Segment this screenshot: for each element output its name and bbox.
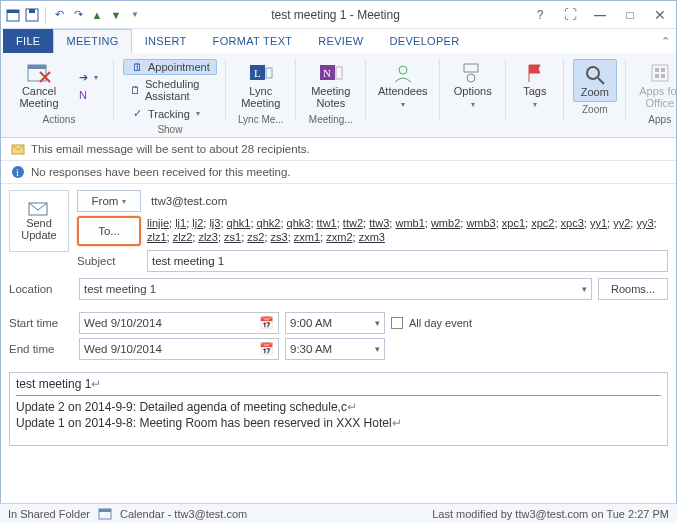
end-date-field[interactable]: Wed 9/10/2014📅 — [79, 338, 279, 360]
info-icon: i — [11, 165, 25, 179]
from-button[interactable]: From▾ — [77, 190, 141, 212]
window-options-icon[interactable]: ⛶ — [558, 5, 582, 25]
recipient[interactable]: yy1 — [590, 217, 607, 229]
collapse-ribbon-icon[interactable]: ⌃ — [654, 29, 676, 53]
zoom-button[interactable]: Zoom — [573, 59, 617, 102]
tab-review[interactable]: REVIEW — [305, 29, 376, 53]
attendees-icon — [391, 62, 415, 84]
send-update-button[interactable]: Send Update — [9, 190, 69, 252]
tab-insert[interactable]: INSERT — [132, 29, 200, 53]
svg-rect-1 — [7, 10, 19, 13]
recipient[interactable]: ttw2 — [343, 217, 363, 229]
status-calendar: Calendar - ttw3@test.com — [120, 508, 247, 520]
group-lync: Lync Me... — [238, 114, 284, 125]
recipient[interactable]: zs2 — [247, 231, 264, 243]
recipient[interactable]: linjie — [147, 217, 169, 229]
forward-icon: ➔ — [76, 71, 90, 84]
svg-point-14 — [399, 66, 407, 74]
to-button[interactable]: To... — [77, 216, 141, 246]
mail-info-icon — [11, 142, 25, 156]
meeting-notes-button[interactable]: N Meeting Notes — [305, 59, 357, 112]
recipient[interactable]: lj2 — [192, 217, 203, 229]
qat-redo-icon[interactable]: ↷ — [70, 7, 86, 23]
recipient[interactable]: wmb3 — [466, 217, 495, 229]
qat-undo-icon[interactable]: ↶ — [51, 7, 67, 23]
svg-rect-19 — [652, 65, 668, 81]
recipient[interactable]: xpc1 — [502, 217, 525, 229]
window-title: test meeting 1 - Meeting — [143, 8, 528, 22]
qat-prev-icon[interactable]: ▲ — [89, 7, 105, 23]
qat-customize-icon[interactable]: ▼ — [127, 7, 143, 23]
tab-file[interactable]: FILE — [3, 29, 53, 53]
recipient[interactable]: yy3 — [636, 217, 653, 229]
svg-rect-20 — [655, 68, 659, 72]
lync-meeting-button[interactable]: L Lync Meeting — [235, 59, 287, 112]
subject-field[interactable]: test meeting 1 — [147, 250, 668, 272]
svg-rect-13 — [336, 67, 342, 79]
recipient[interactable]: zlz2 — [173, 231, 193, 243]
status-folder: In Shared Folder — [8, 508, 90, 520]
recipient[interactable]: xpc3 — [561, 217, 584, 229]
close-icon[interactable]: ✕ — [648, 5, 672, 25]
allday-label: All day event — [409, 317, 472, 329]
calendar-icon: 📅 — [259, 342, 274, 356]
tracking-button[interactable]: ✓Tracking▾ — [123, 105, 217, 122]
recipient[interactable]: lj3 — [209, 217, 220, 229]
qat-save-icon[interactable] — [24, 7, 40, 23]
recipient[interactable]: lj1 — [175, 217, 186, 229]
location-label: Location — [9, 283, 73, 295]
group-zoom: Zoom — [582, 104, 608, 115]
group-notes: Meeting... — [309, 114, 353, 125]
recipient[interactable]: zs1 — [224, 231, 241, 243]
recipient[interactable]: zlz3 — [198, 231, 218, 243]
svg-rect-23 — [661, 74, 665, 78]
svg-line-18 — [598, 78, 604, 84]
svg-rect-22 — [655, 74, 659, 78]
recipient[interactable]: qhk2 — [257, 217, 281, 229]
subject-label: Subject — [77, 255, 141, 267]
options-icon — [461, 62, 485, 84]
calendar-icon: 📅 — [259, 316, 274, 330]
recipient[interactable]: wmb1 — [395, 217, 424, 229]
recipient[interactable]: zxm3 — [359, 231, 385, 243]
recipient[interactable]: yy2 — [613, 217, 630, 229]
recipient[interactable]: ttw1 — [317, 217, 337, 229]
options-button[interactable]: Options▾ — [449, 59, 497, 114]
qat-calendar-icon[interactable] — [5, 7, 21, 23]
to-field[interactable]: linjie; lj1; lj2; lj3; qhk1; qhk2; qhk3;… — [147, 216, 668, 246]
recipient[interactable]: ttw3 — [369, 217, 389, 229]
start-time-field[interactable]: 9:00 AM▾ — [285, 312, 385, 334]
help-icon[interactable]: ? — [528, 5, 552, 25]
recipient[interactable]: wmb2 — [431, 217, 460, 229]
location-field[interactable]: test meeting 1▾ — [79, 278, 592, 300]
minimize-icon[interactable]: — — [588, 5, 612, 25]
forward-button[interactable]: ➔▾ — [69, 69, 105, 86]
tab-format-text[interactable]: FORMAT TEXT — [200, 29, 306, 53]
appointment-button[interactable]: 🗓Appointment — [123, 59, 217, 75]
svg-text:N: N — [323, 67, 331, 79]
tab-meeting[interactable]: MEETING — [53, 29, 131, 53]
start-date-field[interactable]: Wed 9/10/2014📅 — [79, 312, 279, 334]
attendees-button[interactable]: Attendees▾ — [375, 59, 431, 114]
allday-checkbox[interactable] — [391, 317, 403, 329]
scheduling-button[interactable]: 🗒Scheduling Assistant — [123, 76, 217, 104]
rooms-button[interactable]: Rooms... — [598, 278, 668, 300]
qat-next-icon[interactable]: ▼ — [108, 7, 124, 23]
group-show: Show — [157, 124, 182, 135]
message-body[interactable]: test meeting 1↵ Update 2 on 2014-9-9: De… — [9, 372, 668, 446]
tags-button[interactable]: Tags▾ — [515, 59, 555, 114]
recipient[interactable]: qhk1 — [227, 217, 251, 229]
apps-button[interactable]: Apps for Office — [635, 59, 677, 112]
end-time-field[interactable]: 9:30 AM▾ — [285, 338, 385, 360]
svg-text:L: L — [254, 67, 261, 79]
recipient[interactable]: zxm2 — [326, 231, 352, 243]
recipient[interactable]: zxm1 — [294, 231, 320, 243]
maximize-icon[interactable]: □ — [618, 5, 642, 25]
cancel-meeting-button[interactable]: Cancel Meeting — [13, 59, 65, 112]
tab-developer[interactable]: DEVELOPER — [377, 29, 473, 53]
recipient[interactable]: xpc2 — [531, 217, 554, 229]
recipient[interactable]: zlz1 — [147, 231, 167, 243]
notes-mini-button[interactable]: N — [69, 87, 105, 103]
recipient[interactable]: qhk3 — [287, 217, 311, 229]
recipient[interactable]: zs3 — [271, 231, 288, 243]
